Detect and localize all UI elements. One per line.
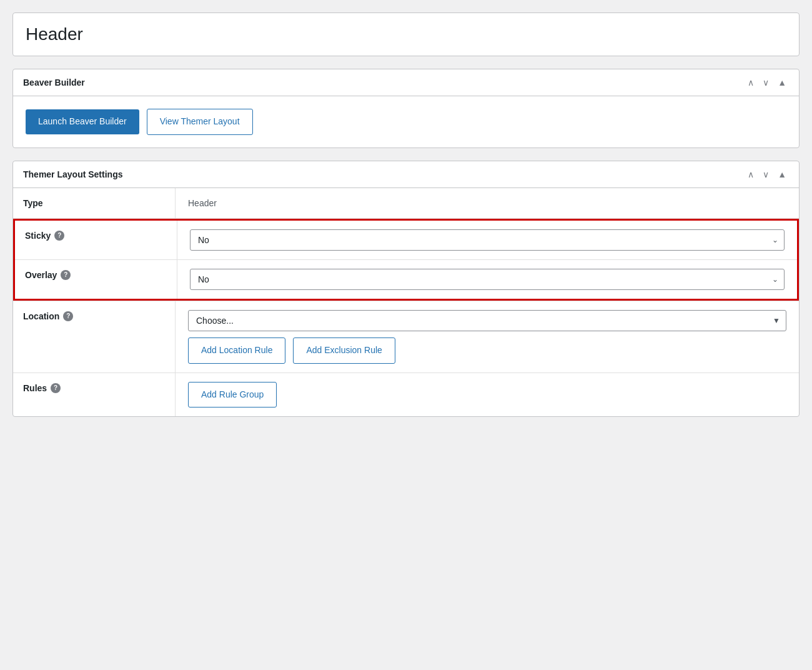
sticky-select[interactable]: No Yes <box>190 229 785 251</box>
rules-label-with-help: Rules ? <box>23 383 165 393</box>
location-label-with-help: Location ? <box>23 311 165 321</box>
overlay-label-cell: Overlay ? <box>15 260 177 299</box>
overlay-label: Overlay <box>25 270 57 280</box>
type-row: Type Header <box>13 188 799 219</box>
sticky-help-icon[interactable]: ? <box>54 231 64 241</box>
rules-help-icon[interactable]: ? <box>51 383 61 393</box>
sticky-control-cell: No Yes ⌄ <box>177 221 797 259</box>
location-controls: Choose... ▼ Add Location Rule Add Exclus… <box>188 310 786 364</box>
page-title-box: Header <box>12 12 800 56</box>
location-select[interactable]: Choose... <box>188 310 786 331</box>
sticky-label-cell: Sticky ? <box>15 221 177 259</box>
view-themer-layout-button[interactable]: View Themer Layout <box>147 109 253 135</box>
highlighted-settings-section: Sticky ? No Yes ⌄ Overlay ? <box>13 219 799 301</box>
add-rule-group-button[interactable]: Add Rule Group <box>188 382 277 408</box>
launch-beaver-builder-button[interactable]: Launch Beaver Builder <box>26 109 139 134</box>
themer-settings-metabox-controls: ∧ ∨ ▲ <box>745 169 789 180</box>
overlay-row: Overlay ? No Yes ⌄ <box>15 260 797 299</box>
sticky-label: Sticky <box>25 231 51 241</box>
location-label: Location <box>23 311 59 321</box>
location-btn-row: Add Location Rule Add Exclusion Rule <box>188 338 786 364</box>
beaver-builder-metabox-title: Beaver Builder <box>23 78 85 88</box>
rules-label-cell: Rules ? <box>13 373 176 417</box>
beaver-builder-up-btn[interactable]: ∧ <box>745 77 756 88</box>
overlay-control-cell: No Yes ⌄ <box>177 260 797 299</box>
add-location-rule-button[interactable]: Add Location Rule <box>188 338 285 364</box>
themer-settings-metabox: Themer Layout Settings ∧ ∨ ▲ Type Header… <box>12 161 800 417</box>
overlay-select[interactable]: No Yes <box>190 269 785 290</box>
sticky-label-with-help: Sticky ? <box>25 231 167 241</box>
beaver-builder-down-btn[interactable]: ∨ <box>760 77 771 88</box>
beaver-builder-metabox: Beaver Builder ∧ ∨ ▲ Launch Beaver Build… <box>12 69 800 148</box>
themer-settings-collapse-btn[interactable]: ▲ <box>775 169 789 180</box>
beaver-builder-btn-row: Launch Beaver Builder View Themer Layout <box>26 109 786 135</box>
themer-settings-metabox-title: Themer Layout Settings <box>23 169 122 179</box>
sticky-select-wrapper: No Yes ⌄ <box>190 229 785 251</box>
location-select-wrapper: Choose... ▼ <box>188 310 786 331</box>
type-label: Type <box>13 188 176 218</box>
beaver-builder-metabox-controls: ∧ ∨ ▲ <box>745 77 789 88</box>
add-exclusion-rule-button[interactable]: Add Exclusion Rule <box>293 338 395 364</box>
themer-settings-metabox-header: Themer Layout Settings ∧ ∨ ▲ <box>13 161 799 188</box>
overlay-label-with-help: Overlay ? <box>25 270 167 280</box>
location-help-icon[interactable]: ? <box>63 311 73 321</box>
themer-settings-down-btn[interactable]: ∨ <box>760 169 771 180</box>
themer-settings-up-btn[interactable]: ∧ <box>745 169 756 180</box>
beaver-builder-metabox-header: Beaver Builder ∧ ∨ ▲ <box>13 69 799 96</box>
overlay-select-wrapper: No Yes ⌄ <box>190 269 785 290</box>
overlay-help-icon[interactable]: ? <box>61 270 71 280</box>
beaver-builder-collapse-btn[interactable]: ▲ <box>775 77 789 88</box>
location-control-cell: Choose... ▼ Add Location Rule Add Exclus… <box>176 301 799 372</box>
location-label-cell: Location ? <box>13 301 176 372</box>
rules-control-cell: Add Rule Group <box>176 373 799 417</box>
sticky-row: Sticky ? No Yes ⌄ <box>15 221 797 260</box>
page-title: Header <box>26 23 786 46</box>
rules-row: Rules ? Add Rule Group <box>13 373 799 417</box>
beaver-builder-metabox-body: Launch Beaver Builder View Themer Layout <box>13 96 799 148</box>
rules-label: Rules <box>23 383 47 393</box>
type-value: Header <box>176 188 799 218</box>
location-row: Location ? Choose... ▼ Add Location Rule… <box>13 301 799 373</box>
